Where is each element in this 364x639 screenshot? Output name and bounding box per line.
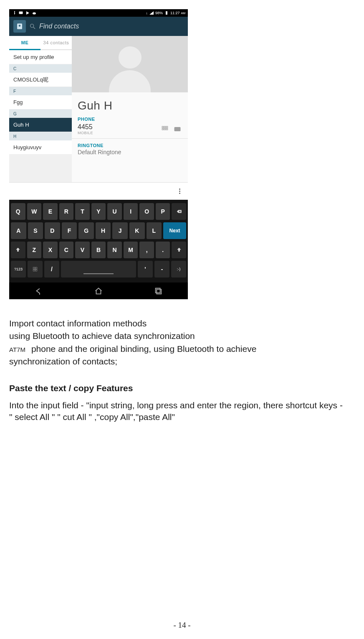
doc-p3a: phone and the original binding, using Bl… — [31, 343, 256, 355]
key-p[interactable]: P — [156, 203, 170, 220]
text-edit-bar — [9, 182, 188, 200]
home-icon[interactable] — [94, 286, 103, 295]
key-l[interactable]: L — [147, 222, 162, 239]
contacts-app-icon[interactable] — [13, 20, 26, 33]
avatar-placeholder — [72, 36, 188, 92]
svg-line-8 — [33, 27, 35, 29]
svg-rect-14 — [166, 128, 167, 130]
contact-name: Guh H — [72, 92, 188, 117]
key-[interactable]: , — [139, 242, 154, 258]
key-[interactable]: ' — [138, 261, 153, 277]
key-space[interactable] — [61, 261, 136, 277]
contact-item-g-selected[interactable]: Guh H — [9, 118, 72, 132]
key-e[interactable]: E — [43, 203, 58, 220]
key-[interactable]: / — [44, 261, 59, 277]
ringtone-value[interactable]: Default Ringtone — [72, 148, 188, 155]
back-icon[interactable] — [34, 286, 43, 295]
cloud-icon — [32, 10, 37, 15]
key-g[interactable]: G — [78, 222, 94, 239]
phone-number[interactable]: 4455 — [78, 123, 157, 131]
key-x[interactable]: X — [43, 242, 58, 258]
search-icon — [29, 23, 36, 30]
ringtone-section-header: RINGTONE — [72, 141, 188, 148]
svg-rect-21 — [35, 270, 37, 271]
svg-rect-22 — [155, 288, 160, 293]
doc-p2: using Bluetooth to achieve data synchron… — [9, 330, 347, 342]
doc-section-title: Paste the text / copy Features — [9, 382, 347, 394]
key-w[interactable]: W — [27, 203, 42, 220]
key-o[interactable]: O — [139, 203, 154, 220]
status-time: 11:27 — [170, 11, 180, 15]
key-n[interactable]: N — [107, 242, 122, 258]
signal-icon — [149, 10, 154, 15]
svg-rect-19 — [35, 267, 37, 269]
key-[interactable]: :-) — [171, 261, 186, 277]
svg-rect-15 — [174, 127, 181, 131]
sms-icon[interactable] — [173, 125, 182, 133]
key-next[interactable]: Next — [163, 222, 186, 239]
download-icon: ↓ — [146, 11, 148, 15]
key-backspace[interactable] — [172, 203, 186, 220]
key-[interactable]: . — [156, 242, 170, 258]
svg-point-2 — [33, 13, 36, 15]
key-v[interactable]: V — [75, 242, 90, 258]
key-r[interactable]: R — [59, 203, 74, 220]
doc-p1: Import contact information methods — [9, 318, 347, 329]
section-f: F — [9, 87, 72, 95]
key-z[interactable]: Z — [27, 242, 42, 258]
search-input[interactable] — [39, 23, 184, 30]
tab-me[interactable]: ME — [9, 36, 40, 49]
setup-profile-item[interactable]: Set up my profile — [9, 50, 72, 64]
key-language[interactable] — [28, 261, 43, 277]
svg-point-7 — [30, 24, 34, 28]
key-c[interactable]: C — [59, 242, 74, 258]
phone-type: MOBILE — [78, 131, 157, 135]
key-a[interactable]: A — [11, 222, 26, 239]
contact-detail-pane: Guh H PHONE 4455 MOBILE RINGTONE Default… — [72, 36, 188, 182]
svg-rect-4 — [166, 11, 167, 15]
doc-p4: Into the input field - "input string, lo… — [9, 400, 347, 423]
text-input[interactable] — [13, 186, 174, 197]
key-b[interactable]: B — [91, 242, 106, 258]
svg-rect-12 — [162, 128, 163, 130]
status-bar: ↓ 98% 11:27 AM — [9, 9, 188, 17]
key-123[interactable]: ?123 — [11, 261, 26, 277]
page-number: - 14 - — [0, 621, 364, 630]
key-u[interactable]: U — [107, 203, 122, 220]
key-h[interactable]: H — [96, 222, 111, 239]
key-j[interactable]: J — [112, 222, 128, 239]
key-t[interactable]: T — [75, 203, 90, 220]
svg-rect-20 — [33, 270, 35, 271]
status-ampm: AM — [181, 12, 186, 15]
tab-all-contacts[interactable]: 34 contacts — [40, 36, 72, 49]
recent-apps-icon[interactable] — [154, 286, 163, 295]
key-i[interactable]: I — [124, 203, 138, 220]
svg-point-6 — [19, 25, 21, 27]
battery-icon — [164, 10, 169, 15]
svg-rect-10 — [164, 126, 165, 127]
key-k[interactable]: K — [129, 222, 145, 239]
key-d[interactable]: D — [45, 222, 60, 239]
keypad-icon[interactable] — [160, 125, 169, 133]
search-header — [9, 17, 188, 36]
contact-item-c[interactable]: CMOSLOLq呢 — [9, 73, 72, 87]
overflow-menu-icon[interactable] — [174, 186, 185, 196]
key-shift-left[interactable] — [11, 242, 25, 258]
key-y[interactable]: Y — [91, 203, 106, 220]
on-screen-keyboard: QWERTYUIOP ASDFGHJKLNext ZXCVBNM,. ?123/… — [9, 200, 188, 283]
key-shift-right[interactable] — [172, 242, 186, 258]
key-f[interactable]: F — [62, 222, 77, 239]
svg-rect-11 — [166, 126, 167, 127]
svg-rect-18 — [33, 267, 35, 269]
key-s[interactable]: S — [28, 222, 43, 239]
key-q[interactable]: Q — [11, 203, 25, 220]
key-[interactable]: - — [154, 261, 169, 277]
contact-item-f[interactable]: Fgg — [9, 95, 72, 109]
contact-item-h[interactable]: Huygiuvuyv — [9, 140, 72, 155]
svg-rect-13 — [164, 128, 165, 130]
key-m[interactable]: M — [124, 242, 138, 258]
svg-marker-3 — [149, 11, 154, 15]
message-icon — [18, 10, 23, 15]
contacts-list-pane: ME 34 contacts Set up my profile C CMOSL… — [9, 36, 72, 182]
section-g: G — [9, 109, 72, 118]
